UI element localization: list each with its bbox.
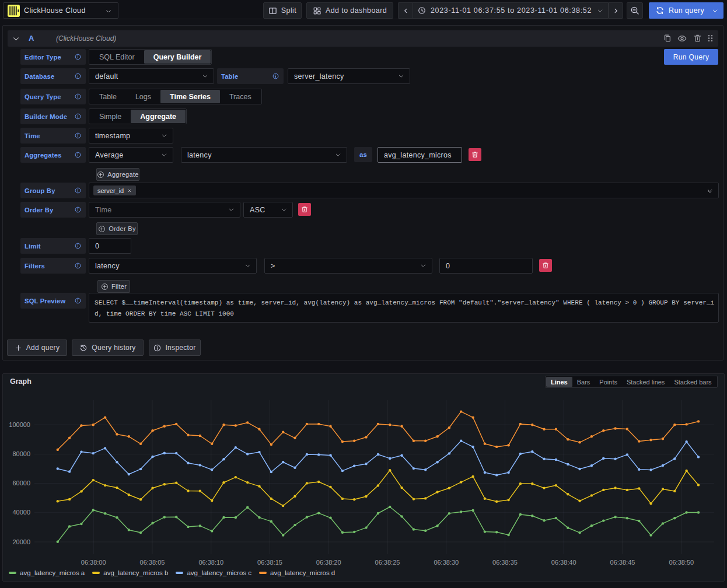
svg-text:06:38:00: 06:38:00 [81, 559, 106, 566]
svg-text:06:38:45: 06:38:45 [610, 559, 635, 566]
svg-text:06:38:10: 06:38:10 [198, 559, 223, 566]
svg-text:06:38:20: 06:38:20 [316, 559, 341, 566]
svg-text:06:38:25: 06:38:25 [375, 559, 400, 566]
svg-text:20000: 20000 [12, 538, 30, 545]
svg-text:06:38:30: 06:38:30 [434, 559, 459, 566]
svg-text:100000: 100000 [9, 421, 30, 428]
svg-text:06:38:35: 06:38:35 [492, 559, 518, 566]
svg-text:06:38:05: 06:38:05 [140, 559, 165, 566]
svg-text:06:38:15: 06:38:15 [257, 559, 282, 566]
svg-text:06:38:50: 06:38:50 [669, 559, 694, 566]
svg-text:06:38:40: 06:38:40 [551, 559, 576, 566]
svg-text:60000: 60000 [12, 480, 30, 487]
svg-text:40000: 40000 [12, 509, 30, 516]
svg-text:80000: 80000 [12, 450, 30, 457]
